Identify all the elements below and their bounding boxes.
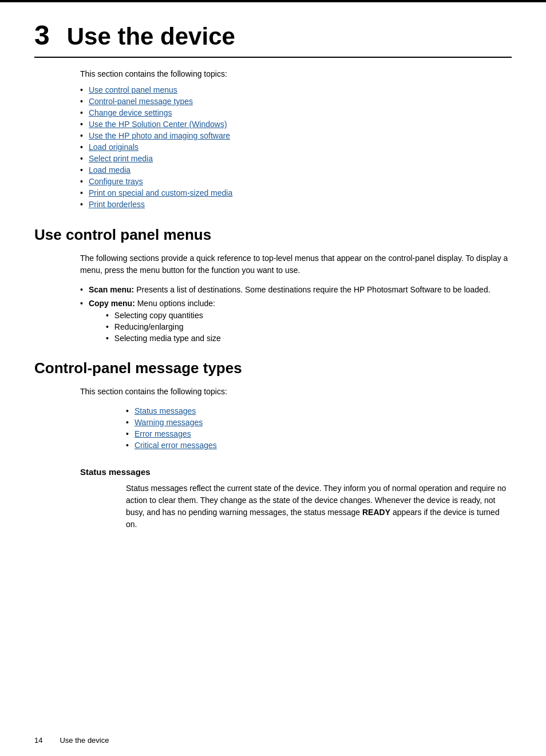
subsection-content-1: Status messages reflect the current stat… bbox=[126, 482, 512, 531]
page-container: 3 Use the device This section contains t… bbox=[0, 0, 546, 756]
bullet-copy-menu: Copy menu: Menu options include: Selecti… bbox=[80, 299, 512, 345]
toc-item-2: Control-panel message types bbox=[80, 97, 512, 106]
s2-toc-item-2: Warning messages bbox=[126, 418, 512, 427]
sub-bullet-1-text: Selecting copy quantities bbox=[114, 311, 203, 320]
section-bullets-1: Scan menu: Presents a list of destinatio… bbox=[80, 285, 512, 345]
section-intro-2: This section contains the following topi… bbox=[80, 386, 512, 398]
toc-item-11: Print borderless bbox=[80, 200, 512, 209]
toc-item-7: Select print media bbox=[80, 154, 512, 163]
footer-page-number: 14 bbox=[34, 736, 42, 745]
s2-toc-link-4[interactable]: Critical error messages bbox=[134, 441, 217, 450]
toc-link-4[interactable]: Use the HP Solution Center (Windows) bbox=[89, 120, 227, 129]
toc-link-7[interactable]: Select print media bbox=[89, 154, 153, 163]
toc-link-10[interactable]: Print on special and custom-sized media bbox=[89, 188, 232, 197]
s2-toc-link-3[interactable]: Error messages bbox=[134, 429, 191, 438]
section-content-2: This section contains the following topi… bbox=[80, 386, 512, 531]
toc-link-2[interactable]: Control-panel message types bbox=[89, 97, 193, 106]
toc-item-8: Load media bbox=[80, 165, 512, 175]
sub-bullet-1: Selecting copy quantities bbox=[106, 311, 221, 320]
toc-item-10: Print on special and custom-sized media bbox=[80, 188, 512, 197]
subsection-status-messages: Status messages Status messages reflect … bbox=[80, 467, 512, 531]
section-heading-2: Control-panel message types bbox=[34, 359, 512, 377]
status-ready-word: READY bbox=[362, 508, 390, 517]
s2-toc-item-1: Status messages bbox=[126, 406, 512, 415]
copy-sub-list: Selecting copy quantities Reducing/enlar… bbox=[106, 311, 221, 343]
toc-link-1[interactable]: Use control panel menus bbox=[89, 85, 177, 94]
footer-text: Use the device bbox=[60, 736, 109, 745]
section-control-panel-menus: Use control panel menus The following se… bbox=[34, 226, 512, 345]
bullet-scan-text: Scan menu: Presents a list of destinatio… bbox=[89, 285, 490, 294]
section-intro-1: The following sections provide a quick r… bbox=[80, 252, 512, 276]
section2-toc-list: Status messages Warning messages Error m… bbox=[126, 406, 512, 450]
toc-link-6[interactable]: Load originals bbox=[89, 143, 139, 152]
toc-item-3: Change device settings bbox=[80, 108, 512, 117]
toc-link-9[interactable]: Configure trays bbox=[89, 177, 143, 186]
copy-menu-text: Copy menu: Menu options include: bbox=[89, 299, 215, 308]
toc-link-8[interactable]: Load media bbox=[89, 165, 130, 175]
copy-menu-container: Copy menu: Menu options include: Selecti… bbox=[89, 299, 221, 345]
bullet-scan-menu: Scan menu: Presents a list of destinatio… bbox=[80, 285, 512, 294]
toc-link-5[interactable]: Use the HP photo and imaging software bbox=[89, 131, 230, 140]
sub-bullet-2: Reducing/enlarging bbox=[106, 322, 221, 331]
copy-menu-term: Copy menu: bbox=[89, 299, 135, 308]
content-area: 3 Use the device This section contains t… bbox=[0, 2, 546, 579]
toc-item-1: Use control panel menus bbox=[80, 85, 512, 94]
scan-menu-desc: Presents a list of destinations. Some de… bbox=[134, 285, 490, 294]
chapter-intro-text: This section contains the following topi… bbox=[80, 69, 512, 78]
s2-toc-link-1[interactable]: Status messages bbox=[134, 406, 196, 415]
toc-link-3[interactable]: Change device settings bbox=[89, 108, 172, 117]
chapter-toc-list: Use control panel menus Control-panel me… bbox=[80, 85, 512, 209]
s2-toc-item-4: Critical error messages bbox=[126, 441, 512, 450]
section-control-panel-messages: Control-panel message types This section… bbox=[34, 359, 512, 531]
chapter-number: 3 bbox=[34, 19, 50, 51]
status-messages-text: Status messages reflect the current stat… bbox=[126, 482, 512, 531]
toc-link-11[interactable]: Print borderless bbox=[89, 200, 145, 209]
copy-menu-desc: Menu options include: bbox=[135, 299, 215, 308]
chapter-header: 3 Use the device bbox=[34, 19, 512, 58]
toc-item-5: Use the HP photo and imaging software bbox=[80, 131, 512, 140]
page-footer: 14 Use the device bbox=[34, 736, 512, 745]
sub-bullet-3-text: Selecting media type and size bbox=[114, 334, 221, 343]
toc-item-4: Use the HP Solution Center (Windows) bbox=[80, 120, 512, 129]
subsection-heading-1: Status messages bbox=[80, 467, 512, 477]
chapter-title: Use the device bbox=[67, 23, 235, 50]
sub-bullet-2-text: Reducing/enlarging bbox=[114, 322, 184, 331]
sub-bullet-3: Selecting media type and size bbox=[106, 334, 221, 343]
toc-item-6: Load originals bbox=[80, 143, 512, 152]
toc-item-9: Configure trays bbox=[80, 177, 512, 186]
s2-toc-item-3: Error messages bbox=[126, 429, 512, 438]
section-heading-1: Use control panel menus bbox=[34, 226, 512, 244]
s2-toc-link-2[interactable]: Warning messages bbox=[134, 418, 203, 427]
section-content-1: The following sections provide a quick r… bbox=[80, 252, 512, 345]
scan-menu-term: Scan menu: bbox=[89, 285, 134, 294]
